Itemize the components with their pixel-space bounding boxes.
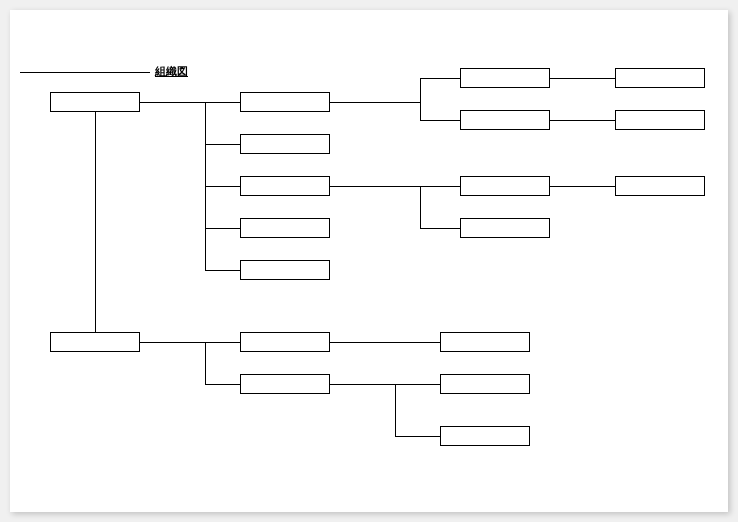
node-c4: [460, 218, 550, 238]
node-d2: [615, 110, 705, 130]
conn: [95, 112, 96, 332]
conn: [395, 384, 396, 436]
conn: [205, 186, 240, 187]
node-c3: [460, 176, 550, 196]
conn: [205, 270, 240, 271]
conn: [330, 102, 420, 103]
conn: [140, 102, 240, 103]
node-f3: [440, 426, 530, 446]
conn: [550, 78, 615, 79]
title-rule: [20, 72, 150, 73]
node-c2: [460, 110, 550, 130]
conn: [420, 78, 421, 120]
conn: [420, 186, 421, 228]
node-d1: [615, 68, 705, 88]
conn: [420, 228, 460, 229]
conn: [550, 120, 615, 121]
conn: [205, 342, 206, 384]
conn: [205, 144, 240, 145]
page-title: 組織図: [155, 64, 188, 79]
node-e1: [240, 332, 330, 352]
node-root-1: [50, 92, 140, 112]
node-f1: [440, 332, 530, 352]
conn: [420, 78, 460, 79]
node-b4: [240, 218, 330, 238]
page: 組織図: [10, 10, 728, 512]
conn: [420, 120, 460, 121]
node-b5: [240, 260, 330, 280]
conn: [140, 342, 240, 343]
node-f2: [440, 374, 530, 394]
conn: [395, 436, 440, 437]
node-b1: [240, 92, 330, 112]
conn: [330, 384, 440, 385]
node-root-2: [50, 332, 140, 352]
conn: [550, 186, 615, 187]
conn: [330, 186, 460, 187]
conn: [205, 228, 240, 229]
node-b3: [240, 176, 330, 196]
conn: [205, 384, 240, 385]
node-d3: [615, 176, 705, 196]
node-e2: [240, 374, 330, 394]
node-b2: [240, 134, 330, 154]
conn: [330, 342, 440, 343]
node-c1: [460, 68, 550, 88]
